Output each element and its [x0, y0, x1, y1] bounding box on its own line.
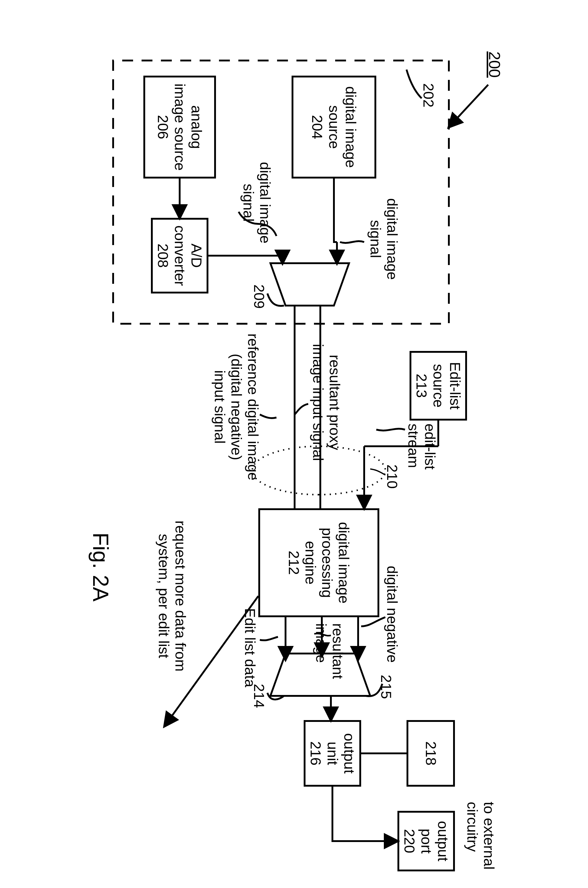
wire-dig-source-out — [334, 178, 337, 242]
label-resultant-proxy: resultant proxy image input signal — [310, 339, 343, 466]
group-ref-210: 210 — [384, 464, 400, 489]
leader-209 — [267, 294, 284, 306]
mux-214-ref: 214 — [251, 684, 267, 708]
label-request-more: request more data from system, per edit … — [156, 512, 189, 681]
block-output-unit: output unit 216 — [304, 720, 361, 787]
block-output-port: output port 220 — [398, 811, 455, 872]
block-edit-list-source: Edit-list source 213 — [410, 351, 467, 420]
block-analog-image-source: analog image source 206 — [143, 76, 216, 178]
leader-proxy — [295, 404, 308, 414]
leader-edit-list-data — [260, 637, 278, 640]
label-to-external: to external circuitry — [464, 802, 497, 880]
arrow-output-to-port — [332, 787, 398, 841]
label-edit-list-stream: edit-list stream — [405, 424, 438, 484]
block-ad-converter: A/D converter 208 — [151, 218, 208, 294]
leader-edit-list-stream — [376, 429, 405, 430]
block-digital-image-source: digital image source 204 — [292, 76, 376, 178]
mux-209-shape — [270, 263, 349, 306]
figure-title: Fig. 2A — [88, 532, 113, 602]
label-digital-negative: digital negative — [384, 566, 400, 663]
label-resultant-image: resultant image — [313, 623, 346, 684]
leader-210-a — [370, 469, 386, 475]
mux-209-ref: 209 — [251, 284, 267, 309]
leader-214 — [267, 693, 284, 699]
subsystem-ref-202: 202 — [420, 83, 437, 107]
label-digital-image-signal-top: digital image signal — [367, 194, 400, 284]
leader-dig-sig-top — [340, 241, 364, 243]
pointer-200 — [449, 85, 488, 127]
leader-202 — [406, 70, 422, 98]
mux-215-ref: 215 — [378, 675, 394, 699]
label-edit-list-data: Edit list data — [242, 608, 258, 687]
leader-refimg — [260, 414, 276, 418]
system-ref-200: 200 — [485, 51, 503, 78]
label-digital-image-signal-bottom: digital image signal — [240, 158, 273, 248]
leader-dig-neg — [361, 617, 386, 626]
block-218: 218 — [406, 720, 455, 787]
block-processing-engine: digital image processing engine 212 — [258, 508, 379, 617]
diagram-canvas: 200 202 digital image source 204 analog … — [0, 0, 588, 888]
label-ref-digital-image: reference digital image (digital negativ… — [211, 330, 261, 484]
